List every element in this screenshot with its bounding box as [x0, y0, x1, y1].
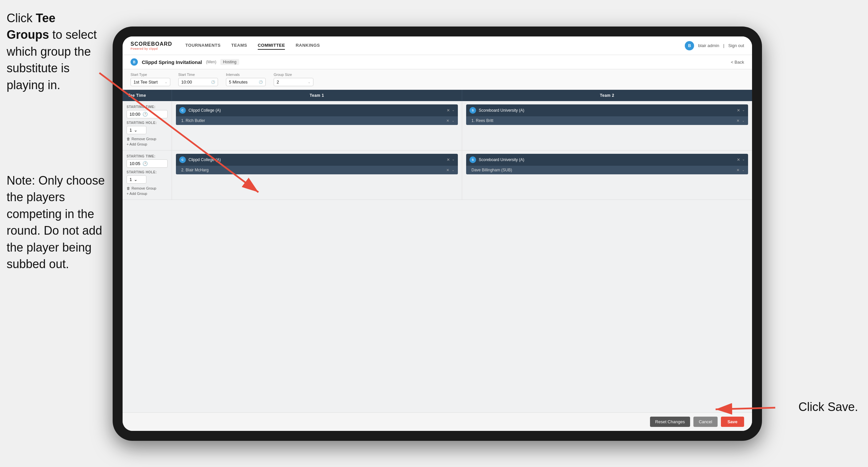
add-group-2-button[interactable]: + Add Group: [127, 192, 168, 196]
add-group-1-label: + Add Group: [127, 142, 147, 146]
group-1-team2-name: Scoreboard University (A): [479, 108, 734, 113]
nav-tournaments[interactable]: TOURNAMENTS: [186, 41, 221, 50]
instruction-line1: Click: [7, 11, 36, 25]
group-row-1: STARTING TIME: 10:00 🕐 STARTING HOLE: 1 …: [123, 101, 752, 150]
group-2-team2-cell: S Scoreboard University (A) ✕ ⌄ Dave Bil…: [462, 150, 752, 200]
remove-group-2-label: Remove Group: [131, 186, 156, 190]
main-content[interactable]: STARTING TIME: 10:00 🕐 STARTING HOLE: 1 …: [123, 101, 752, 412]
group-2-team2-header: S Scoreboard University (A) ✕ ⌄: [466, 154, 748, 166]
group-1-team2-badge: S: [469, 107, 476, 114]
group-2-team1-player-1-name: 2. Blair McHarg: [181, 168, 444, 172]
group-1-team1-remove[interactable]: ✕: [446, 108, 450, 113]
group-1-team2-remove[interactable]: ✕: [737, 108, 740, 113]
group-1-team1-player-1[interactable]: 1. Rich Butler ✕ ⌄: [176, 116, 458, 125]
intervals-field: Intervals 5 Minutes 🕐: [226, 72, 266, 86]
nav-rankings[interactable]: RANKINGS: [296, 41, 320, 50]
group-1-team1-player-1-chevron: ⌄: [452, 119, 455, 122]
footer-bar: Reset Changes Cancel Save: [123, 412, 752, 431]
group-1-team1-card[interactable]: C Clippd College (A) ✕ ⌄ 1. Rich Butler …: [176, 105, 458, 125]
group-1-time-input[interactable]: 10:00 🕐: [127, 110, 168, 118]
start-time-field: Start Time 10:00 🕐: [178, 72, 218, 86]
group-2-team1-controls: ✕ ⌄: [446, 157, 455, 162]
cancel-button[interactable]: Cancel: [693, 417, 717, 427]
logo-subtitle: Powered by clippd: [130, 47, 172, 50]
start-time-icon: 🕐: [211, 80, 215, 84]
group-2-team1-card[interactable]: C Clippd College (A) ✕ ⌄ 2. Blair McHarg…: [176, 154, 458, 174]
group-1-team1-cell: C Clippd College (A) ✕ ⌄ 1. Rich Butler …: [172, 101, 462, 150]
tablet-device: SCOREBOARD Powered by clippd TOURNAMENTS…: [113, 27, 762, 441]
group-1-team2-player-1[interactable]: 1. Rees Britt ✕ ⌄: [466, 116, 748, 125]
group-2-team1-player-1[interactable]: 2. Blair McHarg ✕ ⌄: [176, 166, 458, 174]
sign-out-link[interactable]: Sign out: [728, 43, 744, 48]
user-label: blair admin: [698, 43, 719, 48]
sub-header-left: B Clippd Spring Invitational (Men) Hosti…: [130, 58, 239, 66]
group-size-input[interactable]: 2 ⌄: [274, 78, 313, 86]
group-2-team1-header: C Clippd College (A) ✕ ⌄: [176, 154, 458, 166]
logo-title: SCOREBOARD: [130, 41, 172, 47]
group-2-time-input[interactable]: 10:05 🕐: [127, 159, 168, 168]
start-type-value: 1st Tee Start: [133, 80, 162, 85]
group-2-team2-badge: S: [469, 156, 476, 163]
nav-committee[interactable]: COMMITTEE: [258, 41, 285, 50]
intervals-input[interactable]: 5 Minutes 🕐: [226, 78, 266, 86]
save-button[interactable]: Save: [721, 417, 744, 427]
start-time-input[interactable]: 10:00 🕐: [178, 78, 218, 86]
tablet-screen: SCOREBOARD Powered by clippd TOURNAMENTS…: [123, 36, 752, 431]
group-2-team2-card[interactable]: S Scoreboard University (A) ✕ ⌄ Dave Bil…: [466, 154, 748, 174]
tournament-title: Clippd Spring Invitational: [142, 59, 202, 65]
group-2-hole-label: STARTING HOLE:: [127, 170, 168, 174]
group-row-2: STARTING TIME: 10:05 🕐 STARTING HOLE: 1 …: [123, 150, 752, 200]
group-2-time-value: 10:05: [129, 161, 141, 166]
group-1-team1-chevron: ⌄: [452, 108, 455, 113]
group-2-team1-badge: C: [179, 156, 186, 163]
group-1-team1-player-1-remove[interactable]: ✕: [446, 119, 449, 123]
group-1-team1-player-1-name: 1. Rich Butler: [181, 118, 444, 123]
intervals-label: Intervals: [226, 72, 266, 77]
instruction-text: Click Tee Groups to select which group t…: [0, 0, 106, 104]
app-logo: SCOREBOARD Powered by clippd: [130, 41, 172, 50]
group-1-time-icon: 🕐: [143, 112, 148, 117]
group-2-team2-player-1-remove[interactable]: ✕: [737, 168, 740, 172]
group-1-team1-name: Clippd College (A): [188, 108, 444, 113]
start-time-value: 10:00: [181, 80, 208, 85]
note-text: Note: Only choose the players competing …: [0, 172, 113, 272]
col-tee-time: Tee Time: [123, 90, 172, 101]
back-link[interactable]: < Back: [731, 60, 744, 65]
note-bold: Only choose the players competing in the…: [7, 174, 105, 271]
group-2-team2-remove[interactable]: ✕: [737, 157, 740, 162]
group-1-team1-header: C Clippd College (A) ✕ ⌄: [176, 105, 458, 116]
group-2-left: STARTING TIME: 10:05 🕐 STARTING HOLE: 1 …: [123, 150, 172, 200]
start-type-input[interactable]: 1st Tee Start ⌄: [130, 78, 170, 86]
group-2-team2-player-1-name: Dave Billingham (SUB): [471, 168, 734, 172]
hosting-badge: Hosting: [220, 59, 239, 65]
group-2-team1-player-1-remove[interactable]: ✕: [446, 168, 449, 172]
group-2-team2-name: Scoreboard University (A): [479, 157, 734, 162]
start-type-field: Start Type 1st Tee Start ⌄: [130, 72, 170, 86]
remove-group-1-button[interactable]: 🗑 Remove Group: [127, 137, 168, 141]
reset-changes-button[interactable]: Reset Changes: [650, 417, 690, 427]
group-2-hole-input[interactable]: 1 ⌄: [127, 175, 147, 184]
group-2-team1-player-1-chevron: ⌄: [452, 168, 455, 172]
group-1-team2-chevron: ⌄: [742, 108, 745, 113]
group-1-team2-card[interactable]: S Scoreboard University (A) ✕ ⌄ 1. Rees …: [466, 105, 748, 125]
group-1-team2-player-1-remove[interactable]: ✕: [737, 119, 740, 123]
nav-teams[interactable]: TEAMS: [231, 41, 247, 50]
click-save-prefix: Click: [799, 400, 828, 414]
remove-group-2-button[interactable]: 🗑 Remove Group: [127, 186, 168, 190]
group-1-time-value: 10:00: [129, 112, 141, 117]
group-2-time-icon: 🕐: [143, 161, 148, 166]
remove-group-1-label: Remove Group: [131, 137, 156, 141]
group-1-team2-player-1-name: 1. Rees Britt: [471, 118, 734, 123]
group-size-value: 2: [277, 80, 305, 85]
group-2-team1-cell: C Clippd College (A) ✕ ⌄ 2. Blair McHarg…: [172, 150, 462, 200]
group-2-team1-remove[interactable]: ✕: [446, 157, 450, 162]
group-1-team1-badge: C: [179, 107, 186, 114]
table-header: Tee Time Team 1 Team 2: [123, 90, 752, 101]
add-group-1-button[interactable]: + Add Group: [127, 142, 168, 146]
start-type-spinner: ⌄: [165, 80, 167, 84]
add-group-2-label: + Add Group: [127, 192, 147, 196]
group-2-team2-controls: ✕ ⌄: [737, 157, 745, 162]
group-1-hole-input[interactable]: 1 ⌄: [127, 126, 147, 134]
group-2-team2-player-1[interactable]: Dave Billingham (SUB) ✕ ⌄: [466, 166, 748, 174]
start-time-label: Start Time: [178, 72, 218, 77]
